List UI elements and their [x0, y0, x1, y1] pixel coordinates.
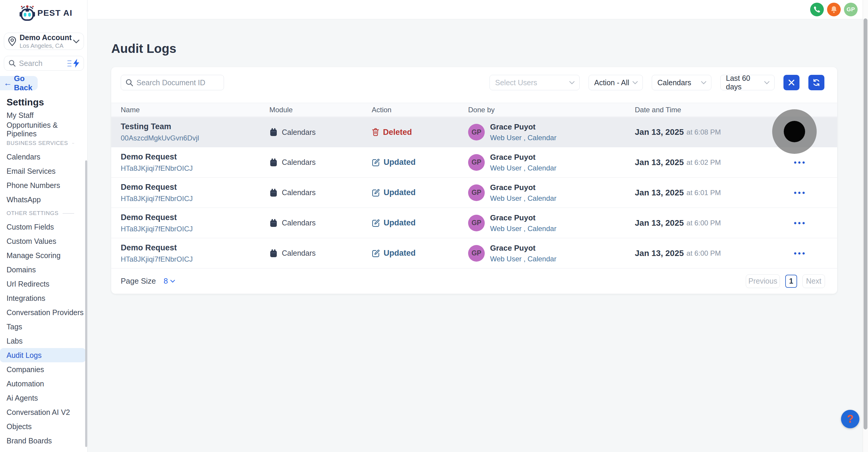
trash-icon — [372, 128, 379, 136]
pagination: Previous 1 Next — [746, 275, 825, 288]
row-menu-button[interactable]: ••• — [794, 158, 806, 167]
action-label: Updated — [383, 188, 415, 197]
row-name: Testing Team — [121, 122, 269, 131]
calendar-icon — [269, 128, 278, 137]
page-scrollbar-track — [863, 0, 868, 452]
account-name: Demo Account — [20, 33, 73, 42]
notifications-button[interactable] — [827, 3, 841, 16]
sidebar-item-phone-numbers[interactable]: Phone Numbers — [0, 178, 88, 193]
sidebar-item-calendars[interactable]: Calendars — [0, 150, 88, 164]
sidebar-item-custom-values[interactable]: Custom Values — [0, 234, 88, 248]
sidebar-item-domains[interactable]: Domains — [0, 262, 88, 277]
phone-icon — [813, 6, 821, 13]
sidebar-item-objects[interactable]: Objects — [0, 419, 88, 433]
table-row[interactable]: Demo Request HTa8JKjiqi7fENbrOICJ Calend… — [111, 147, 837, 177]
row-doc-id-link[interactable]: HTa8JKjiqi7fENbrOICJ — [121, 195, 269, 203]
action-label: Updated — [383, 218, 415, 227]
location-pin-icon — [8, 36, 17, 46]
row-time: at 6:00 PM — [686, 219, 721, 227]
row-date: Jan 13, 2025 — [635, 158, 684, 167]
page-size-select[interactable]: 8 — [164, 277, 175, 286]
sidebar-item-conversation-ai-v2[interactable]: Conversation AI V2 — [0, 405, 88, 419]
phone-button[interactable] — [810, 3, 824, 16]
refresh-button[interactable] — [808, 75, 825, 90]
table-row[interactable]: Demo Request HTa8JKjiqi7fENbrOICJ Calend… — [111, 208, 837, 238]
row-date: Jan 13, 2025 — [635, 128, 684, 137]
row-doc-id-link[interactable]: HTa8JKjiqi7fENbrOICJ — [121, 225, 269, 233]
chevron-down-icon — [764, 81, 770, 84]
account-location: Los Angeles, CA — [20, 43, 73, 49]
calendar-icon — [269, 219, 278, 227]
question-mark-icon: ? — [847, 413, 854, 425]
sidebar-item-url-redirects[interactable]: Url Redirects — [0, 277, 88, 291]
sidebar-item-integrations[interactable]: Integrations — [0, 291, 88, 305]
sidebar-section-other-settings: OTHER SETTINGS — [0, 207, 88, 220]
sidebar-item-brand-boards[interactable]: Brand Boards — [0, 433, 88, 448]
go-back-button[interactable]: ← Go Back — [0, 76, 38, 90]
row-name: Demo Request — [121, 182, 269, 192]
action-filter-select[interactable]: Action - All — [589, 75, 643, 90]
sidebar-item-conversation-providers[interactable]: Conversation Providers — [0, 305, 88, 319]
section-divider — [72, 143, 74, 143]
calendar-icon — [269, 249, 278, 258]
sidebar-search-input[interactable] — [19, 59, 67, 68]
topbar-icons: GP — [810, 3, 858, 16]
sidebar-item-companies[interactable]: Companies — [0, 362, 88, 376]
quick-actions-bolt-icon[interactable] — [67, 58, 80, 68]
column-header-done-by: Done by — [468, 106, 635, 114]
avatar: GP — [468, 124, 485, 140]
account-selector[interactable]: Demo Account Los Angeles, CA — [4, 33, 84, 50]
row-menu-button[interactable]: ••• — [794, 249, 806, 258]
filters-group: Select Users Action - All Calendars Last… — [490, 75, 825, 90]
row-date: Jan 13, 2025 — [635, 218, 684, 228]
sidebar-item-opportunities-pipelines[interactable]: Opportunities & Pipelines — [0, 122, 88, 137]
sidebar-item-labs[interactable]: Labs — [0, 334, 88, 348]
sidebar-item-tags[interactable]: Tags — [0, 319, 88, 334]
current-page-button[interactable]: 1 — [785, 275, 797, 288]
done-by-roles: Web User , Calendar — [490, 225, 557, 233]
row-doc-id-link[interactable]: HTa8JKjiqi7fENbrOICJ — [121, 255, 269, 263]
table-row[interactable]: Testing Team 00AszcdMgkUvGvn6Dvjl Calend… — [111, 117, 837, 147]
chevron-down-icon — [170, 280, 175, 283]
row-menu-button[interactable]: ••• — [794, 188, 806, 197]
search-icon — [8, 59, 16, 67]
column-header-date-time: Date and Time — [635, 106, 793, 114]
action-label: Updated — [383, 249, 415, 258]
sidebar-item-ai-agents[interactable]: Ai Agents — [0, 391, 88, 405]
done-by-roles: Web User , Calendar — [490, 255, 557, 263]
done-by-name: Grace Puyot — [490, 122, 557, 132]
sidebar-item-custom-fields[interactable]: Custom Fields — [0, 220, 88, 234]
row-name: Demo Request — [121, 152, 269, 162]
filter-bar: Select Users Action - All Calendars Last… — [111, 67, 837, 103]
sidebar-item-email-services[interactable]: Email Services — [0, 164, 88, 178]
sidebar-item-manage-scoring[interactable]: Manage Scoring — [0, 248, 88, 262]
user-avatar[interactable]: GP — [844, 3, 858, 16]
clear-filters-button[interactable] — [783, 75, 800, 90]
page-size-control: Page Size 8 — [121, 277, 175, 286]
action-filter-value: Action - All — [594, 78, 629, 87]
row-doc-id-link[interactable]: 00AszcdMgkUvGvn6Dvjl — [121, 134, 269, 142]
help-button[interactable]: ? — [841, 410, 859, 428]
table-row[interactable]: Demo Request HTa8JKjiqi7fENbrOICJ Calend… — [111, 238, 837, 269]
column-header-name: Name — [121, 106, 269, 114]
date-range-filter-value: Last 60 days — [726, 74, 764, 91]
next-page-button[interactable]: Next — [802, 275, 825, 288]
module-filter-select[interactable]: Calendars — [652, 75, 711, 90]
document-search-input[interactable] — [136, 78, 219, 87]
action-label: Deleted — [383, 128, 412, 137]
page-scrollbar-thumb[interactable] — [864, 19, 867, 429]
date-range-filter-select[interactable]: Last 60 days — [720, 75, 775, 90]
edit-pencil-icon — [372, 219, 380, 227]
users-filter-select[interactable]: Select Users — [490, 75, 580, 90]
table-header: Name Module Action Done by Date and Time — [111, 103, 837, 117]
sidebar-item-audit-logs[interactable]: Audit Logs — [0, 348, 86, 362]
sidebar-item-my-staff[interactable]: My Staff — [0, 108, 88, 122]
sidebar-item-whatsapp[interactable]: WhatsApp — [0, 193, 88, 207]
sidebar-item-automation[interactable]: Automation — [0, 376, 88, 391]
row-menu-button[interactable]: ••• — [794, 219, 806, 227]
sidebar-scrollbar-thumb[interactable] — [85, 160, 87, 447]
row-doc-id-link[interactable]: HTa8JKjiqi7fENbrOICJ — [121, 164, 269, 173]
done-by-name: Grace Puyot — [490, 183, 557, 192]
table-row[interactable]: Demo Request HTa8JKjiqi7fENbrOICJ Calend… — [111, 177, 837, 208]
previous-page-button[interactable]: Previous — [746, 275, 780, 288]
